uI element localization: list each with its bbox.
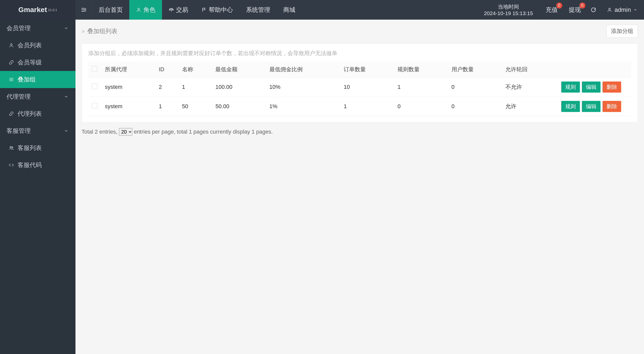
clock-block: 当地时间 2024-10-19 15:13:15 — [477, 0, 540, 20]
cell-min-amount: 100.00 — [212, 77, 266, 97]
recharge-label: 充值 — [546, 6, 558, 14]
col-agent: 所属代理 — [101, 62, 155, 77]
withdraw-label: 提现 — [569, 6, 581, 14]
tab-sys[interactable]: 系统管理 — [239, 0, 277, 20]
sidebar-item-label: 叠加组 — [18, 75, 36, 84]
cell-id: 2 — [155, 77, 178, 97]
tab-home[interactable]: 后台首页 — [92, 0, 129, 20]
sidebar-group-label: 客服管理 — [7, 127, 31, 135]
tab-label: 系统管理 — [246, 6, 270, 14]
svg-point-3 — [10, 146, 11, 148]
pager-pages: 1 — [189, 129, 192, 135]
tab-help[interactable]: 帮助中心 — [195, 0, 239, 20]
cell-min-rate: 10% — [266, 77, 340, 97]
sidebar-item-label: 会员等级 — [18, 58, 42, 66]
svg-point-2 — [11, 44, 12, 45]
sidebar-item-cs-code[interactable]: 客服代码 — [0, 156, 75, 174]
cell-rules: 0 — [394, 97, 448, 116]
col-users: 用户数量 — [448, 62, 502, 77]
tab-mall[interactable]: 商城 — [277, 0, 302, 20]
row-rule-button[interactable]: 规则 — [561, 101, 580, 112]
tab-label: 交易 — [176, 6, 188, 14]
refresh-button[interactable] — [586, 0, 600, 20]
sidebar-item-agent-list[interactable]: 代理列表 — [0, 105, 75, 122]
row-checkbox[interactable] — [92, 103, 97, 108]
withdraw-badge: 0 — [579, 3, 585, 9]
pager-prefix: Total — [82, 129, 93, 135]
tab-role[interactable]: 角色 — [129, 0, 162, 20]
clock-value: 2024-10-19 15:13:15 — [484, 10, 533, 16]
table-row: system21100.0010%1010不允许规则编辑删除 — [88, 77, 631, 97]
cell-rules: 1 — [394, 77, 448, 97]
row-checkbox[interactable] — [92, 84, 97, 89]
tab-trade[interactable]: 交易 — [162, 0, 195, 20]
sidebar-item-stack-group[interactable]: 叠加组 — [0, 71, 75, 88]
chevron-down-icon — [63, 128, 69, 134]
sidebar-group-agent[interactable]: 代理管理 — [0, 88, 75, 105]
cell-orders: 10 — [340, 77, 394, 97]
users-icon — [9, 145, 14, 151]
col-name: 名称 — [179, 62, 212, 77]
pager-after-total: entries, — [99, 129, 117, 135]
chevron-down-icon — [63, 94, 69, 99]
row-delete-button[interactable]: 删除 — [602, 82, 621, 93]
breadcrumb-sep-icon: » — [82, 28, 85, 35]
svg-point-0 — [138, 8, 140, 10]
pager-suffix: pages. — [256, 129, 273, 135]
cell-agent: system — [101, 77, 155, 97]
tab-label: 商城 — [283, 6, 295, 14]
cell-users: 0 — [448, 97, 502, 116]
pager: Total2 entries, 20 entries per page, tot… — [82, 128, 638, 136]
select-all-checkbox[interactable] — [92, 66, 97, 71]
per-page-select[interactable]: 20 — [119, 128, 132, 136]
sidebar-group-member[interactable]: 会员管理 — [0, 20, 75, 37]
clock-label: 当地时间 — [498, 3, 519, 10]
pager-per-page-suffix: entries per page, total — [134, 129, 187, 135]
sidebar-item-label: 代理列表 — [18, 110, 42, 118]
sidebar-item-label: 客服代码 — [18, 161, 42, 169]
link-icon — [9, 111, 14, 116]
col-orders: 订单数量 — [340, 62, 394, 77]
recharge-badge: 0 — [556, 3, 562, 9]
table-header-row: 所属代理 ID 名称 最低金额 最低佣金比例 订单数量 规则数量 用户数量 允许… — [88, 62, 631, 77]
svg-point-4 — [12, 147, 13, 148]
svg-point-1 — [609, 8, 610, 10]
cell-name: 1 — [179, 77, 212, 97]
sidebar-item-label: 客服列表 — [18, 144, 42, 152]
cell-users: 0 — [448, 77, 502, 97]
pager-total: 2 — [95, 129, 98, 135]
tab-label: 帮助中心 — [209, 6, 233, 14]
brand-version: 21.0.1 — [48, 8, 57, 12]
tab-label: 角色 — [143, 6, 155, 14]
withdraw-link[interactable]: 提现 0 — [563, 0, 586, 20]
cell-orders: 1 — [340, 97, 394, 116]
cell-loop: 允许 — [502, 97, 556, 116]
row-rule-button[interactable]: 规则 — [561, 82, 580, 93]
table-row: system15050.001%100允许规则编辑删除 — [88, 97, 631, 116]
add-group-button[interactable]: 添加分组 — [606, 25, 638, 38]
user-menu[interactable]: admin — [600, 0, 644, 20]
col-id: ID — [155, 62, 178, 77]
sidebar-item-member-list[interactable]: 会员列表 — [0, 37, 75, 54]
sidebar-item-member-level[interactable]: 会员等级 — [0, 54, 75, 71]
sidebar: 会员管理 会员列表 会员等级 叠加组 代理管理 代理列表 — [0, 20, 75, 354]
menu-icon — [9, 77, 14, 82]
recharge-link[interactable]: 充值 0 — [540, 0, 563, 20]
scale-icon — [169, 7, 174, 13]
row-delete-button[interactable]: 删除 — [602, 101, 621, 112]
pager-current: 1 — [252, 129, 255, 135]
row-edit-button[interactable]: 编辑 — [582, 101, 600, 112]
user-icon — [136, 7, 141, 13]
sidebar-collapse-button[interactable] — [75, 0, 92, 20]
col-rules: 规则数量 — [394, 62, 448, 77]
link-icon — [9, 60, 14, 65]
chevron-down-icon — [63, 25, 69, 31]
flag-icon — [201, 7, 207, 13]
row-edit-button[interactable]: 编辑 — [582, 82, 600, 93]
hint-text: 添加分组后，必须添加规则，并且规则需要对应好订单个数，若出现不对称情况，会导致用… — [88, 50, 631, 57]
cell-agent: system — [101, 97, 155, 116]
user-name: admin — [615, 6, 631, 13]
content-area: » 叠加组列表 添加分组 添加分组后，必须添加规则，并且规则需要对应好订单个数，… — [75, 20, 644, 354]
sidebar-item-cs-list[interactable]: 客服列表 — [0, 139, 75, 156]
sidebar-group-cs[interactable]: 客服管理 — [0, 122, 75, 139]
